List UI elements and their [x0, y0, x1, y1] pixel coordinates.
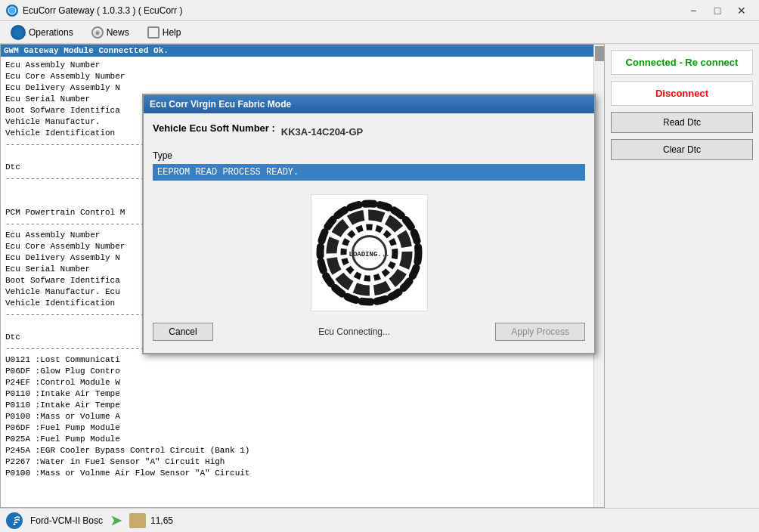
log-header: GWM Gateway Module Connectted Ok.: [1, 45, 604, 57]
modal-dialog: Ecu Corr Virgin Ecu Fabric Mode Vehicle …: [142, 94, 596, 354]
loading-container: LOADING...: [153, 188, 585, 317]
operations-icon: [11, 25, 26, 40]
app-icon: [6, 5, 18, 17]
package-number: 11,65: [150, 515, 173, 526]
status-package: 11,65: [129, 513, 173, 528]
cancel-button[interactable]: Cancel: [153, 323, 213, 341]
menu-help[interactable]: Help: [140, 23, 189, 42]
maximize-button[interactable]: □: [706, 3, 729, 18]
status-text: Ecu Connecting...: [318, 326, 390, 337]
log-line: P025A :Fuel Pump Module: [5, 434, 599, 445]
device-name: Ford-VCM-II Bosc: [30, 515, 103, 526]
title-bar-left: EcuCorr Gateway ( 1.0.3.3 ) ( EcuCorr ): [6, 5, 182, 17]
log-line: P0100 :Mass or Volume A: [5, 411, 599, 422]
package-icon: [129, 513, 146, 528]
log-line: U0121 :Lost Communicati: [5, 354, 599, 366]
type-value: EEPROM READ PROCESS READY.: [157, 167, 299, 178]
svg-text:LOADING...: LOADING...: [349, 251, 389, 258]
log-line: P2267 :Water in Fuel Sensor "A" Circuit …: [5, 456, 599, 468]
modal-body: Vehicle Ecu Soft Number : KK3A-14C204-GP…: [144, 113, 594, 353]
modal-title: Ecu Corr Virgin Ecu Fabric Mode: [150, 99, 291, 110]
menu-operations-label: Operations: [29, 27, 73, 38]
close-button[interactable]: ✕: [730, 3, 753, 18]
news-icon: ◉: [91, 26, 104, 39]
title-bar: EcuCorr Gateway ( 1.0.3.3 ) ( EcuCorr ) …: [0, 0, 759, 21]
menu-help-label: Help: [163, 27, 181, 38]
read-dtc-button[interactable]: Read Dtc: [611, 112, 753, 133]
status-bar: Ford-VCM-II Bosc ➤ 11,65: [0, 508, 759, 532]
log-line: P24EF :Control Module W: [5, 377, 599, 388]
help-icon: [147, 26, 160, 39]
menu-bar: Operations ◉ News Help: [0, 21, 759, 44]
log-line: Ecu Delivery Assembly N: [5, 82, 599, 94]
svg-point-0: [8, 7, 16, 14]
disconnect-button[interactable]: Disconnect: [611, 81, 753, 106]
wifi-icon: [6, 512, 23, 529]
loading-box: LOADING...: [311, 194, 428, 311]
window-controls: − □ ✕: [682, 3, 753, 18]
log-line: P0110 :Intake Air Tempe: [5, 388, 599, 400]
ecu-label: Vehicle Ecu Soft Number :: [153, 122, 275, 134]
svg-point-10: [14, 523, 16, 525]
loading-spinner: LOADING...: [314, 198, 424, 308]
main-layout: GWM Gateway Module Connectted Ok. Ecu As…: [0, 44, 759, 508]
apply-process-button[interactable]: Apply Process: [495, 323, 585, 341]
log-line: P0110 :Intake Air Tempe: [5, 400, 599, 411]
ecu-value: KK3A-14C204-GP: [281, 126, 363, 138]
log-line: P0100 :Mass or Volnme Air Flow Sensor "A…: [5, 468, 599, 479]
right-panel: Connected - Re connect Disconnect Read D…: [605, 44, 759, 508]
log-line: P06DF :Glow Plug Contro: [5, 366, 599, 377]
log-line: Ecu Core Assembly Number: [5, 71, 599, 82]
type-row: EEPROM READ PROCESS READY.: [153, 164, 585, 181]
log-line: P06DF :Fuel Pump Module: [5, 422, 599, 434]
menu-operations[interactable]: Operations: [3, 22, 81, 43]
arrow-icon: ➤: [110, 512, 122, 529]
log-line: Ecu Assembly Number: [5, 60, 599, 71]
window-title: EcuCorr Gateway ( 1.0.3.3 ) ( EcuCorr ): [23, 5, 182, 16]
modal-titlebar: Ecu Corr Virgin Ecu Fabric Mode: [144, 95, 594, 113]
scrollbar-thumb[interactable]: [595, 46, 604, 61]
type-label: Type: [153, 150, 585, 161]
log-line: P245A :EGR Cooler Bypass Control Circuit…: [5, 445, 599, 456]
clear-dtc-button[interactable]: Clear Dtc: [611, 139, 753, 160]
minimize-button[interactable]: −: [682, 3, 705, 18]
menu-news-label: News: [107, 27, 129, 38]
modal-footer: Cancel Ecu Connecting... Apply Process: [153, 317, 585, 344]
menu-news[interactable]: ◉ News: [84, 23, 137, 42]
connected-reconnect-button[interactable]: Connected - Re connect: [611, 50, 753, 75]
